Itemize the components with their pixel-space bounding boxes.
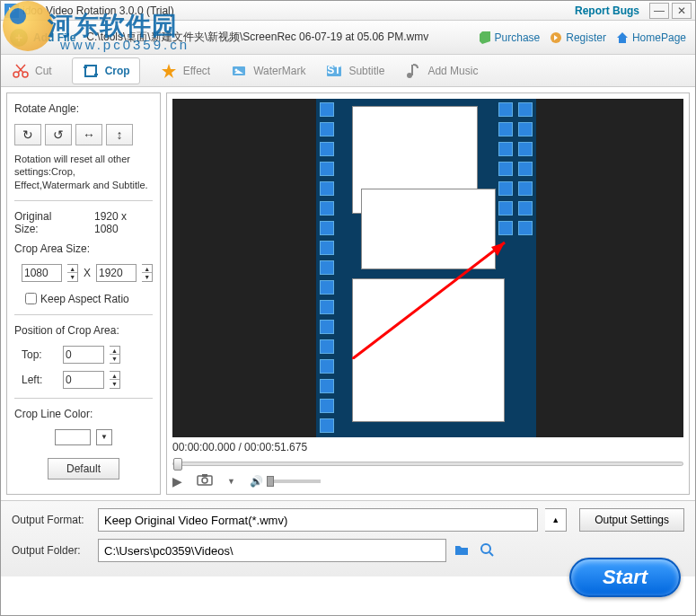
tab-cut[interactable]: Cut bbox=[12, 62, 52, 80]
close-button[interactable]: ✕ bbox=[672, 3, 692, 19]
default-button[interactable]: Default bbox=[48, 458, 119, 480]
file-path: C:\tools\桌面\新建文件夹\新视频\ScreenRec 06-07-19… bbox=[86, 30, 457, 45]
svg-marker-10 bbox=[162, 64, 176, 78]
purchase-link[interactable]: Purchase bbox=[478, 31, 541, 45]
svg-line-23 bbox=[489, 552, 493, 556]
rotate-cw-button[interactable]: ↻ bbox=[14, 124, 41, 145]
tab-effect[interactable]: Effect bbox=[160, 62, 210, 80]
minimize-button[interactable]: — bbox=[649, 3, 669, 19]
tool-tabs: Cut Crop Effect WaterMark STSubtitle Add… bbox=[1, 55, 695, 87]
play-button[interactable]: ▶ bbox=[172, 474, 182, 488]
output-format-dropdown[interactable]: ▲ bbox=[545, 508, 567, 532]
output-folder-label: Output Folder: bbox=[12, 544, 91, 557]
music-icon bbox=[404, 62, 422, 80]
crop-x-label: X bbox=[84, 267, 91, 279]
crop-height-spinner[interactable]: ▲▼ bbox=[142, 264, 153, 282]
crop-icon bbox=[82, 62, 100, 80]
tab-add-music[interactable]: Add Music bbox=[404, 62, 478, 80]
rotation-warning: Rotation will reset all other settings:C… bbox=[14, 153, 153, 191]
app-icon bbox=[4, 4, 19, 18]
annotation-arrow bbox=[352, 233, 514, 359]
output-settings-button[interactable]: Output Settings bbox=[579, 508, 684, 532]
watermark-icon bbox=[230, 62, 248, 80]
output-format-label: Output Format: bbox=[12, 514, 91, 526]
crop-height-input[interactable]: 1920 bbox=[96, 264, 137, 282]
original-size-value: 1920 x 1080 bbox=[94, 210, 153, 235]
left-label: Left: bbox=[22, 374, 57, 386]
scissors-icon bbox=[12, 62, 30, 80]
svg-rect-21 bbox=[202, 474, 207, 477]
subtitle-icon: ST bbox=[325, 62, 343, 80]
homepage-link[interactable]: HomePage bbox=[615, 31, 686, 45]
crop-width-spinner[interactable]: ▲▼ bbox=[67, 264, 78, 282]
tab-watermark[interactable]: WaterMark bbox=[230, 62, 305, 80]
svg-rect-16 bbox=[411, 65, 413, 75]
crop-width-input[interactable]: 1080 bbox=[22, 264, 62, 282]
top-spinner[interactable]: ▲▼ bbox=[110, 346, 120, 364]
left-spinner[interactable]: ▲▼ bbox=[110, 371, 120, 389]
crop-line-color-label: Crop Line Color: bbox=[14, 408, 153, 420]
tab-subtitle[interactable]: STSubtitle bbox=[325, 62, 384, 80]
rotate-angle-label: Rotate Angle: bbox=[14, 102, 153, 115]
crop-settings-panel: Rotate Angle: ↻ ↺ ↔ ↕ Rotation will rese… bbox=[6, 92, 161, 495]
original-size-label: Original Size: bbox=[14, 210, 77, 235]
svg-text:ST: ST bbox=[328, 64, 342, 76]
volume-slider[interactable] bbox=[267, 480, 321, 483]
browse-folder-icon[interactable] bbox=[454, 541, 471, 559]
output-format-select[interactable]: Keep Original Video Format(*.wmv) bbox=[98, 508, 538, 532]
register-link[interactable]: Register bbox=[549, 31, 606, 45]
effect-icon bbox=[160, 62, 178, 80]
snapshot-dropdown[interactable]: ▼ bbox=[227, 477, 235, 486]
snapshot-button[interactable] bbox=[197, 473, 213, 488]
svg-marker-18 bbox=[491, 242, 505, 256]
tab-crop[interactable]: Crop bbox=[72, 57, 140, 84]
titlebar: idoo Video Rotation 3.0.0 (Trial) Report… bbox=[1, 1, 695, 21]
video-canvas[interactable] bbox=[172, 99, 683, 437]
keep-aspect-checkbox[interactable] bbox=[25, 293, 37, 304]
volume-icon[interactable]: 🔊 bbox=[250, 475, 263, 488]
flip-vertical-button[interactable]: ↕ bbox=[106, 124, 133, 145]
top-label: Top: bbox=[22, 348, 57, 361]
top-input[interactable]: 0 bbox=[63, 346, 104, 364]
color-dropdown[interactable]: ▼ bbox=[96, 429, 112, 445]
rotate-ccw-button[interactable]: ↺ bbox=[45, 124, 72, 145]
seek-slider[interactable] bbox=[172, 455, 683, 471]
start-button[interactable]: Start bbox=[569, 558, 681, 597]
add-file-label: Add File bbox=[33, 31, 75, 44]
keep-aspect-label: Keep Aspect Ratio bbox=[40, 293, 129, 305]
output-folder-input[interactable]: C:\Users\pc0359\Videos\ bbox=[98, 539, 446, 562]
position-crop-label: Position of Crop Area: bbox=[14, 324, 153, 337]
add-file-button[interactable]: + Add File bbox=[10, 29, 75, 47]
preview-panel: 00:00:00.000 / 00:00:51.675 ▶ ▼ 🔊 bbox=[166, 92, 690, 495]
file-toolbar: + Add File C:\tools\桌面\新建文件夹\新视频\ScreenR… bbox=[1, 21, 695, 55]
report-bugs-link[interactable]: Report Bugs bbox=[575, 4, 639, 17]
crop-area-size-label: Crop Area Size: bbox=[14, 242, 153, 255]
svg-line-17 bbox=[352, 242, 505, 359]
window-title: idoo Video Rotation 3.0.0 (Trial) bbox=[22, 4, 575, 17]
svg-point-20 bbox=[202, 478, 207, 483]
flip-horizontal-button[interactable]: ↔ bbox=[75, 124, 102, 145]
color-swatch[interactable] bbox=[55, 429, 91, 445]
left-input[interactable]: 0 bbox=[63, 371, 104, 389]
plus-icon: + bbox=[10, 29, 28, 47]
time-display: 00:00:00.000 / 00:00:51.675 bbox=[172, 441, 683, 453]
open-folder-icon[interactable] bbox=[479, 541, 497, 559]
svg-point-22 bbox=[481, 544, 490, 553]
output-panel: Output Format: Keep Original Video Forma… bbox=[1, 500, 695, 576]
